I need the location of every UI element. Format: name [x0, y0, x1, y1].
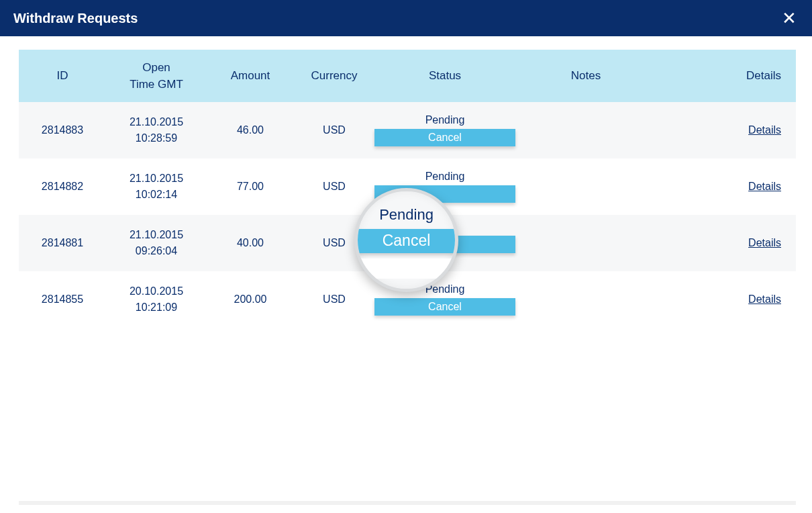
cell-currency: USD	[294, 124, 374, 136]
window-title: Withdraw Requests	[13, 11, 138, 26]
lens-spacer	[358, 259, 455, 279]
cell-details: Details	[656, 293, 796, 306]
cancel-button[interactable]: Cancel	[374, 129, 515, 146]
cell-open-time: 21.10.2015 10:02:14	[106, 171, 207, 203]
details-link[interactable]: Details	[748, 293, 781, 305]
cell-currency: USD	[294, 293, 374, 306]
status-text: Pending	[425, 171, 465, 183]
cell-amount: 40.00	[207, 237, 294, 249]
cell-amount: 46.00	[207, 124, 294, 136]
close-icon: ✕	[782, 9, 797, 27]
details-link[interactable]: Details	[748, 237, 781, 248]
close-button[interactable]: ✕	[780, 9, 799, 28]
table-row: 2814883 21.10.2015 10:28:59 46.00 USD Pe…	[19, 102, 796, 158]
header-details: Details	[656, 69, 796, 83]
cell-currency: USD	[294, 181, 374, 193]
cell-id: 2814882	[19, 181, 106, 193]
header-status: Status	[374, 69, 515, 83]
cell-id: 2814883	[19, 124, 106, 136]
cell-amount: 200.00	[207, 293, 294, 306]
cell-amount: 77.00	[207, 181, 294, 193]
details-link[interactable]: Details	[748, 181, 781, 192]
cell-id: 2814881	[19, 237, 106, 249]
header-currency: Currency	[294, 69, 374, 83]
cell-open-time: 21.10.2015 09:26:04	[106, 227, 207, 259]
cell-details: Details	[656, 237, 796, 249]
status-text: Pending	[425, 114, 465, 126]
lens-cancel-button[interactable]: Cancel	[354, 229, 458, 253]
header-notes: Notes	[515, 69, 656, 83]
header-id: ID	[19, 69, 106, 83]
header-amount: Amount	[207, 69, 294, 83]
withdraw-requests-window: Withdraw Requests ✕ ID Open Time GMT Amo…	[0, 0, 812, 513]
titlebar: Withdraw Requests ✕	[0, 0, 812, 36]
cell-open-time: 21.10.2015 10:28:59	[106, 114, 207, 146]
cell-open-time: 20.10.2015 10:21:09	[106, 283, 207, 316]
bottom-shadow	[19, 501, 796, 505]
cancel-button[interactable]: Cancel	[374, 298, 515, 316]
header-open-time: Open Time GMT	[106, 59, 207, 93]
table-header: ID Open Time GMT Amount Currency Status …	[19, 50, 796, 102]
details-link[interactable]: Details	[748, 124, 781, 136]
magnifier-lens: Pending Cancel	[354, 188, 458, 292]
cell-details: Details	[656, 181, 796, 193]
cell-id: 2814855	[19, 293, 106, 306]
lens-status-text: Pending	[379, 202, 434, 224]
cell-details: Details	[656, 124, 796, 136]
cell-status: Pending Cancel	[374, 114, 515, 146]
